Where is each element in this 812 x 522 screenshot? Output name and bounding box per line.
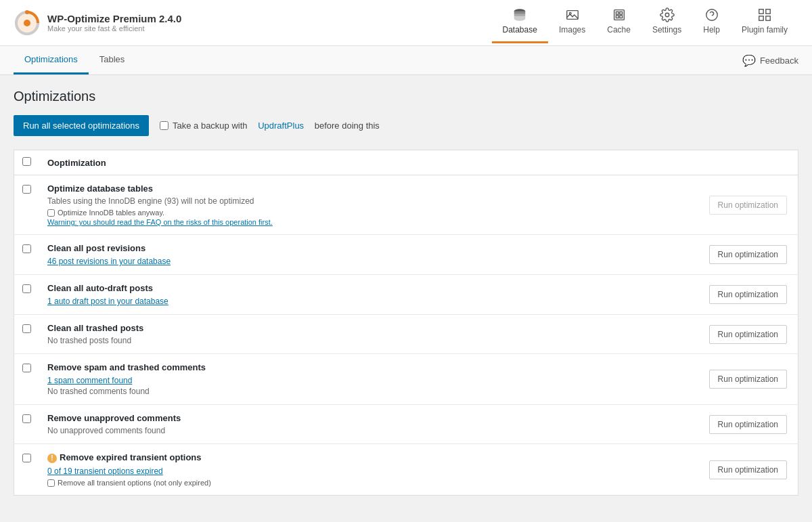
opt-title: Clean all trashed posts — [47, 323, 682, 333]
main-content: Optimizations Run all selected optimizat… — [0, 75, 812, 509]
backup-label[interactable]: Take a backup with UpdraftPlus before do… — [160, 121, 380, 131]
table-row: Clean all trashed posts No trashed posts… — [14, 315, 798, 354]
svg-rect-17 — [766, 16, 770, 20]
tab-optimizations[interactable]: Optimizations — [14, 46, 89, 74]
innodb-checkbox[interactable] — [47, 209, 55, 217]
nav-help-label: Help — [703, 25, 720, 35]
opt-action-cell: Run optimization — [690, 175, 798, 235]
opt-action-cell: Run optimization — [690, 315, 798, 354]
run-optimization-button-auto-draft[interactable]: Run optimization — [709, 285, 787, 304]
opt-checkbox-auto-draft[interactable] — [22, 284, 31, 293]
opt-detail-cell: Clean all trashed posts No trashed posts… — [39, 315, 690, 354]
nav-help[interactable]: Help — [692, 2, 731, 43]
opt-link-transients[interactable]: 0 of 19 transient options expired — [47, 466, 163, 476]
feedback-label: Feedback — [760, 56, 798, 66]
table-row: Remove spam and trashed comments 1 spam … — [14, 354, 798, 405]
opt-detail-cell: Optimize database tables Tables using th… — [39, 175, 690, 235]
row-checkbox-cell — [14, 235, 40, 275]
transients-sub-label: Remove all transient options (not only e… — [58, 479, 211, 487]
svg-rect-15 — [766, 9, 770, 14]
svg-rect-7 — [616, 12, 618, 14]
opt-action-cell: Run optimization — [690, 405, 798, 444]
table-row: Remove unapproved comments No unapproved… — [14, 405, 798, 444]
svg-point-1 — [24, 20, 30, 26]
run-optimization-button-spam-comments[interactable]: Run optimization — [709, 370, 787, 389]
images-icon — [565, 7, 580, 22]
svg-point-11 — [665, 13, 669, 17]
row-checkbox-cell — [14, 175, 40, 235]
run-optimization-button-db-tables: Run optimization — [709, 196, 787, 215]
opt-sub-label-transients: Remove all transient options (not only e… — [47, 479, 682, 487]
database-icon — [512, 7, 527, 22]
header-optimization-label: Ooptimization — [39, 150, 690, 175]
header-checkbox-cell — [14, 150, 40, 175]
opt-title: Clean all post revisions — [47, 243, 682, 253]
opt-checkbox-unapproved[interactable] — [22, 414, 31, 423]
opt-link[interactable]: 1 auto draft post in your database — [47, 297, 168, 306]
opt-title: Remove unapproved comments — [47, 413, 682, 423]
row-checkbox-cell — [14, 354, 40, 405]
opt-title: Clean all auto-draft posts — [47, 283, 682, 293]
backup-text-after: before doing this — [315, 121, 380, 131]
opt-detail-cell: Remove unapproved comments No unapproved… — [39, 405, 690, 444]
opt-checkbox-spam-comments[interactable] — [22, 364, 31, 372]
opt-link[interactable]: 46 post revisions in your database — [47, 257, 171, 266]
row-checkbox-cell — [14, 315, 40, 354]
opt-checkbox-post-revisions[interactable] — [22, 244, 31, 253]
run-all-button[interactable]: Run all selected optimizations — [14, 115, 149, 136]
backup-link[interactable]: UpdraftPlus — [258, 121, 304, 131]
backup-text-before: Take a backup with — [173, 121, 248, 131]
opt-checkbox-transients[interactable] — [22, 454, 31, 462]
nav-cache[interactable]: Cache — [596, 2, 641, 43]
opt-detail-cell: Remove spam and trashed comments 1 spam … — [39, 354, 690, 405]
gear-icon — [660, 7, 675, 22]
backup-checkbox[interactable] — [160, 121, 168, 130]
select-all-checkbox[interactable] — [22, 157, 31, 166]
opt-desc-trashed: No trashed comments found — [47, 387, 682, 396]
nav-settings[interactable]: Settings — [641, 2, 692, 43]
svg-point-12 — [706, 9, 717, 21]
table-header-row: Ooptimization — [14, 150, 798, 175]
opt-detail-cell: !Remove expired transient options 0 of 1… — [39, 444, 690, 496]
innodb-label: Optimize InnoDB tables anyway. — [58, 209, 164, 217]
nav-plugin-family[interactable]: Plugin family — [731, 2, 798, 43]
run-optimization-button-transients[interactable]: Run optimization — [709, 460, 787, 479]
run-optimization-button-trashed-posts[interactable]: Run optimization — [709, 325, 787, 344]
opt-desc: Tables using the InnoDB engine (93) will… — [47, 196, 682, 206]
svg-rect-10 — [619, 16, 622, 18]
nav-database[interactable]: Database — [492, 2, 548, 43]
table-row: Clean all post revisions 46 post revisio… — [14, 235, 798, 275]
svg-rect-4 — [566, 11, 578, 20]
feedback-button[interactable]: 💬 Feedback — [742, 47, 798, 74]
opt-checkbox-trashed-posts[interactable] — [22, 324, 31, 333]
tab-bar: Optimizations Tables 💬 Feedback — [0, 46, 812, 75]
opt-desc: No trashed posts found — [47, 336, 682, 345]
nav-images[interactable]: Images — [548, 2, 596, 43]
opt-desc: No unapproved comments found — [47, 426, 682, 435]
opt-title: Remove spam and trashed comments — [47, 362, 682, 372]
tab-tables[interactable]: Tables — [89, 46, 136, 74]
opt-title: Optimize database tables — [47, 183, 682, 194]
remove-all-transients-checkbox[interactable] — [47, 479, 55, 487]
logo-area: WP-Optimize Premium 2.4.0 Make your site… — [14, 9, 181, 37]
svg-rect-9 — [616, 16, 618, 18]
table-row: Optimize database tables Tables using th… — [14, 175, 798, 235]
opt-link-spam[interactable]: 1 spam comment found — [47, 376, 132, 385]
main-nav: Database Images Cache — [492, 2, 799, 43]
header: WP-Optimize Premium 2.4.0 Make your site… — [0, 0, 812, 46]
table-row: !Remove expired transient options 0 of 1… — [14, 444, 798, 496]
table-row: Clean all auto-draft posts 1 auto draft … — [14, 275, 798, 315]
row-checkbox-cell — [14, 444, 40, 496]
svg-rect-8 — [619, 12, 622, 14]
opt-title: !Remove expired transient options — [47, 452, 682, 463]
svg-rect-14 — [759, 9, 763, 14]
logo-icon — [14, 9, 41, 37]
header-action-cell — [690, 150, 798, 175]
opt-checkbox-db-tables[interactable] — [22, 185, 31, 194]
opt-warning-link[interactable]: Warning: you should read the FAQ on the … — [47, 218, 682, 226]
svg-rect-16 — [759, 16, 763, 20]
svg-point-2 — [25, 10, 29, 14]
opt-action-cell: Run optimization — [690, 354, 798, 405]
run-optimization-button-unapproved[interactable]: Run optimization — [709, 415, 787, 434]
run-optimization-button-post-revisions[interactable]: Run optimization — [709, 245, 787, 264]
